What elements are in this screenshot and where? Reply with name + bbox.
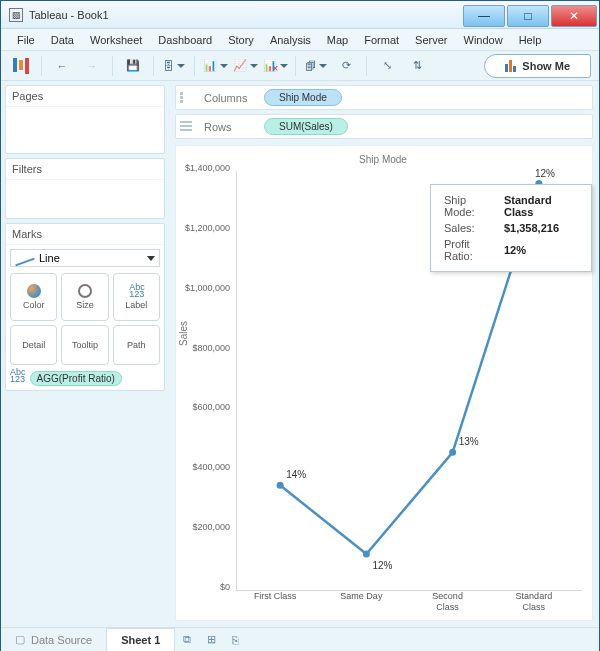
color-icon — [27, 284, 41, 298]
save-button[interactable]: 💾 — [121, 55, 145, 77]
menu-server[interactable]: Server — [415, 34, 447, 46]
pages-shelf[interactable] — [6, 107, 164, 153]
size-card[interactable]: Size — [61, 273, 108, 321]
x-tick: First Class — [247, 591, 303, 602]
datasource-button[interactable]: 🗄 — [162, 55, 186, 77]
size-icon — [78, 284, 92, 298]
new-story-icon[interactable]: ⎘ — [223, 634, 247, 646]
menu-story[interactable]: Story — [228, 34, 254, 46]
autoupdate-button[interactable]: 🗐 — [304, 55, 328, 77]
tooltip-key: Ship Mode: — [443, 193, 501, 219]
y-tick: $1,400,000 — [178, 163, 230, 173]
menubar: File Data Worksheet Dashboard Story Anal… — [1, 29, 599, 51]
app-icon: ▧ — [9, 8, 23, 22]
clear-button[interactable]: 📊× — [263, 55, 287, 77]
agg-pill[interactable]: AGG(Profit Ratio) — [30, 371, 122, 386]
point-label: 13% — [459, 436, 479, 447]
point-label: 12% — [535, 168, 555, 179]
footer: ▢Data Source Sheet 1 ⧉ ⊞ ⎘ — [1, 627, 599, 651]
y-tick: $1,000,000 — [178, 283, 230, 293]
new-dashboard-icon[interactable]: ⊞ — [199, 633, 223, 646]
menu-dashboard[interactable]: Dashboard — [158, 34, 212, 46]
filters-panel: Filters — [5, 158, 165, 219]
detail-card[interactable]: Detail — [10, 325, 57, 365]
y-tick: $1,200,000 — [178, 223, 230, 233]
tooltip-value: $1,358,216 — [503, 221, 579, 235]
filters-header: Filters — [6, 159, 164, 180]
menu-format[interactable]: Format — [364, 34, 399, 46]
tooltip-value: Standard Class — [503, 193, 579, 219]
columns-pill[interactable]: Ship Mode — [264, 89, 342, 106]
menu-analysis[interactable]: Analysis — [270, 34, 311, 46]
menu-file[interactable]: File — [17, 34, 35, 46]
svg-point-2 — [449, 449, 456, 456]
menu-map[interactable]: Map — [327, 34, 348, 46]
tooltip-key: Sales: — [443, 221, 501, 235]
minimize-button[interactable]: — — [463, 5, 505, 27]
dup-ws-button[interactable]: 📈 — [233, 55, 257, 77]
columns-shelf[interactable]: Columns Ship Mode — [175, 85, 593, 110]
svg-point-0 — [277, 482, 284, 489]
label-icon: Abc123 — [129, 284, 143, 298]
x-tick: Same Day — [333, 591, 389, 602]
close-button[interactable]: ✕ — [551, 5, 597, 27]
x-tick: Second Class — [420, 591, 476, 613]
label-icon: Abc123 — [10, 369, 26, 383]
swap-button[interactable]: ⤡ — [375, 55, 399, 77]
rows-pill[interactable]: SUM(Sales) — [264, 118, 348, 135]
path-card[interactable]: Path — [113, 325, 160, 365]
maximize-button[interactable]: □ — [507, 5, 549, 27]
titlebar: ▧ Tableau - Book1 — □ ✕ — [1, 1, 599, 29]
y-tick: $200,000 — [178, 522, 230, 532]
rows-icon — [180, 121, 194, 133]
label-card[interactable]: Abc123Label — [113, 273, 160, 321]
back-button[interactable]: ← — [50, 55, 74, 77]
y-tick: $400,000 — [178, 462, 230, 472]
columns-icon — [180, 92, 194, 104]
window-title: Tableau - Book1 — [29, 9, 109, 21]
menu-window[interactable]: Window — [464, 34, 503, 46]
sheet-tab[interactable]: Sheet 1 — [106, 628, 175, 652]
chart-icon — [505, 60, 516, 72]
forward-button[interactable]: → — [80, 55, 104, 77]
y-tick: $800,000 — [178, 343, 230, 353]
line-icon — [15, 253, 35, 263]
sort-button[interactable]: ⇅ — [405, 55, 429, 77]
toolbar: ← → 💾 🗄 📊 📈 📊× 🗐 ⟳ ⤡ ⇅ Show Me — [1, 51, 599, 81]
new-ws-button[interactable]: 📊 — [203, 55, 227, 77]
tooltip: Ship Mode:Standard ClassSales:$1,358,216… — [430, 184, 592, 272]
data-source-tab[interactable]: ▢Data Source — [1, 633, 106, 646]
chevron-down-icon — [147, 256, 155, 261]
point-label: 14% — [286, 469, 306, 480]
pages-panel: Pages — [5, 85, 165, 154]
rows-shelf[interactable]: Rows SUM(Sales) — [175, 114, 593, 139]
y-tick: $0 — [178, 582, 230, 592]
menu-data[interactable]: Data — [51, 34, 74, 46]
color-card[interactable]: Color — [10, 273, 57, 321]
logo-icon[interactable] — [9, 55, 33, 77]
tooltip-card[interactable]: Tooltip — [61, 325, 108, 365]
svg-point-1 — [363, 551, 370, 558]
chart-title: Ship Mode — [180, 154, 586, 165]
tooltip-value: 12% — [503, 237, 579, 263]
marks-panel: Marks Line Color Size Abc123Label Detail… — [5, 223, 165, 391]
refresh-button[interactable]: ⟳ — [334, 55, 358, 77]
pages-header: Pages — [6, 86, 164, 107]
marks-type-select[interactable]: Line — [10, 249, 160, 267]
x-tick: Standard Class — [506, 591, 562, 613]
menu-help[interactable]: Help — [519, 34, 542, 46]
data-source-icon: ▢ — [15, 633, 25, 646]
show-me-button[interactable]: Show Me — [484, 54, 591, 78]
point-label: 12% — [372, 560, 392, 571]
chart-area: Ship Mode Sales 14%12%13%12% Ship Mode:S… — [175, 145, 593, 621]
menu-worksheet[interactable]: Worksheet — [90, 34, 142, 46]
marks-header: Marks — [6, 224, 164, 245]
y-tick: $600,000 — [178, 402, 230, 412]
new-worksheet-icon[interactable]: ⧉ — [175, 633, 199, 646]
tooltip-key: Profit Ratio: — [443, 237, 501, 263]
filters-shelf[interactable] — [6, 180, 164, 218]
